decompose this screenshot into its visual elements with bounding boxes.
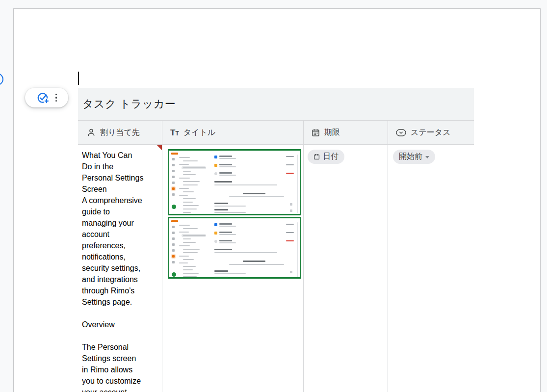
column-label: 割り当て先 [100, 128, 140, 138]
column-header-status[interactable]: ステータス [388, 121, 474, 144]
text-line [82, 308, 158, 319]
add-task-icon [36, 91, 50, 105]
table-title[interactable]: タスク トラッカー [82, 97, 176, 111]
text-line: account [82, 229, 158, 240]
text-line: What You Can [82, 150, 158, 161]
task-tracker-table: タスク トラッカー 割り当て先 TT タイトル [78, 88, 474, 392]
person-icon [87, 128, 96, 137]
text-line: Personal Settings [82, 172, 158, 183]
calendar-icon [312, 129, 320, 137]
add-task-button[interactable] [36, 91, 50, 105]
cell-assignee[interactable]: What You CanDo in thePersonal SettingsSc… [78, 145, 162, 392]
text-line: Do in the [82, 161, 158, 172]
cell-title[interactable] [162, 145, 304, 392]
table-header-row: 割り当て先 TT タイトル 期限 [78, 121, 474, 145]
text-line: Settings screen [82, 353, 158, 364]
cell-due[interactable]: 日付 [304, 145, 388, 392]
document-page[interactable]: タスク トラッカー 割り当て先 TT タイトル [13, 8, 541, 392]
text-line: you to customize [82, 375, 158, 387]
comment-marker[interactable] [156, 145, 162, 150]
text-line: and integrations [82, 274, 158, 285]
text-line: preferences, [82, 240, 158, 251]
column-header-title[interactable]: TT タイトル [162, 121, 304, 144]
attachment-list [168, 149, 303, 279]
more-vertical-icon [55, 94, 57, 102]
text-line: Screen [82, 183, 158, 195]
block-menu-button[interactable] [55, 94, 57, 102]
text-line: in Rimo allows [82, 364, 158, 375]
column-label: タイトル [183, 128, 216, 138]
text-line [82, 330, 158, 341]
text-line: Settings page. [82, 296, 158, 308]
text-line: your account [82, 387, 158, 392]
cell-status[interactable]: 開始前 [388, 145, 474, 392]
table-row: What You CanDo in thePersonal SettingsSc… [78, 145, 474, 392]
text-line: notifications, [82, 251, 158, 262]
text-line: guide to [82, 206, 158, 217]
text-line: The Personal [82, 341, 158, 353]
text-line: Overview [82, 319, 158, 330]
text-line: through Rimo’s [82, 285, 158, 296]
text-line: A comprehensive [82, 195, 158, 206]
screenshot-thumbnail[interactable] [168, 217, 301, 279]
status-chip[interactable]: 開始前 [393, 150, 435, 164]
calendar-icon [313, 154, 320, 160]
column-label: ステータス [411, 128, 451, 138]
table-title-band: タスク トラッカー [78, 88, 474, 121]
block-controls [25, 88, 68, 107]
date-chip[interactable]: 日付 [308, 150, 344, 164]
column-header-due[interactable]: 期限 [304, 121, 388, 144]
text-line: security settings, [82, 262, 158, 274]
assignee-text: What You CanDo in thePersonal SettingsSc… [82, 150, 158, 392]
text-line: managing your [82, 217, 158, 229]
status-oval-dropdown-icon [396, 129, 406, 136]
text-cursor [78, 72, 79, 85]
date-chip-label: 日付 [323, 152, 339, 162]
screenshot-thumbnail[interactable] [168, 149, 301, 215]
column-header-assignee[interactable]: 割り当て先 [78, 121, 162, 144]
text-style-icon: TT [170, 129, 179, 137]
collaborator-ring-indicator [0, 73, 3, 85]
status-chip-label: 開始前 [399, 152, 422, 162]
docs-canvas: { "table": { "title": "タスク トラッカー", "colu… [0, 0, 547, 392]
column-label: 期限 [324, 128, 340, 138]
dropdown-arrow-icon [425, 156, 429, 158]
